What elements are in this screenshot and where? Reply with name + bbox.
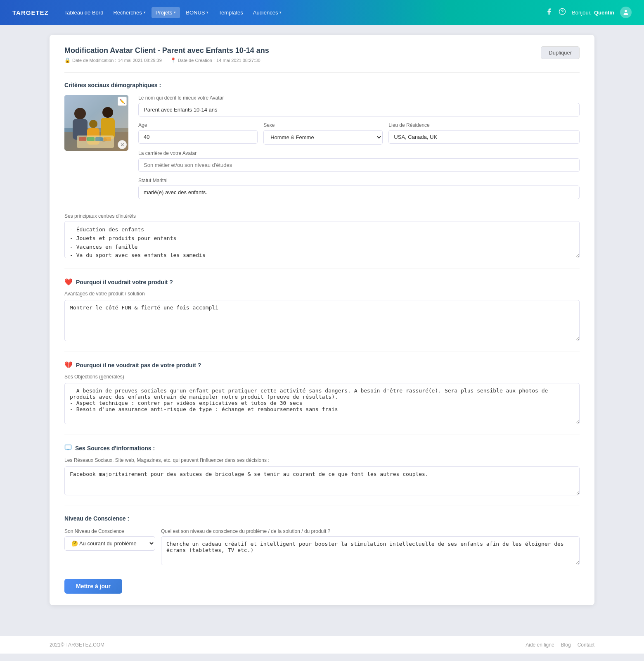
svg-point-8 [102,107,113,118]
chevron-down-icon: ▾ [279,10,282,14]
facebook-icon[interactable] [545,8,553,17]
nav-item-recherches[interactable]: Recherches ▾ [109,7,149,18]
interests-textarea[interactable]: - Éducation des enfants - Jouets et prod… [64,221,580,258]
interests-group: Ses principaux centres d'intérêts - Éduc… [64,213,580,259]
nav-item-audiences[interactable]: Audiences ▾ [249,7,286,18]
age-label: Age [138,122,258,128]
lieu-group: Lieu de Résidence [388,122,580,144]
svg-rect-18 [104,137,111,141]
svg-rect-15 [79,137,86,141]
nav-item-bonus[interactable]: BONUS ▾ [182,7,213,18]
nav-item-tableau[interactable]: Tableau de Bord [60,7,108,18]
user-greeting: Bonjour, Quentin [572,10,614,16]
section-why-product-title: Pourquoi il voudrait votre produit ? [76,279,173,285]
why-product-subtitle: Avantages de votre produit / solution [64,291,580,297]
divider-5 [64,506,580,506]
content-area: Modification Avatar Client - Parent avec… [0,25,644,623]
sexe-select[interactable]: Homme & Femme Homme Femme Autre [263,130,383,145]
svg-rect-19 [65,445,71,449]
main-nav: Tableau de Bord Recherches ▾ Projets ▾ B… [60,7,545,18]
age-sexe-lieu-row: Age Sexe Homme & Femme Homme Femme Autre [138,122,580,150]
copyright: 2021© TARGETEZ.COM [50,642,104,648]
section-socio-title: Critères sociaux démographiques : [64,82,580,88]
page-meta: 🔒 Date de Modification : 14 mai 2021 08:… [64,57,269,63]
why-product-textarea[interactable]: Montrer le côté FUN & fierté une fois ac… [64,300,580,341]
carriere-input[interactable] [138,158,580,172]
age-group: Age [138,122,258,144]
avatar-remove-button[interactable]: ✕ [118,140,127,149]
svg-point-10 [89,120,97,128]
name-input[interactable] [138,103,580,117]
carriere-group: La carrière de votre Avatar [138,150,580,172]
lieu-label: Lieu de Résidence [388,122,580,128]
footer-link-blog[interactable]: Blog [561,642,571,648]
conscience-desc-label: Quel est son niveau de conscience du pro… [161,528,580,534]
sexe-group: Sexe Homme & Femme Homme Femme Autre [263,122,383,145]
chevron-down-icon: ▾ [206,10,208,14]
conscience-title: Niveau de Conscience : [64,515,580,522]
age-col: Age [138,122,258,150]
section-sources-title: Ses Sources d'informations : [75,445,155,452]
header-right: Bonjour, Quentin [545,7,632,18]
meta-modified: 🔒 Date de Modification : 14 mai 2021 08:… [64,57,162,63]
name-group: Le nom qui décrit le mieux votre Avatar [138,95,580,117]
monitor-icon [64,444,72,452]
conscience-level-select[interactable]: 🤔 Au courant du problème Au courant de l… [64,536,155,551]
pin-icon: 📍 [170,57,176,63]
footer-links: Aide en ligne Blog Contact [526,642,594,648]
footer-link-contact[interactable]: Contact [578,642,594,648]
divider-2 [64,269,580,269]
conscience-desc-col: Quel est son niveau de conscience du pro… [161,528,580,566]
sexe-col: Sexe Homme & Femme Homme Femme Autre [263,122,383,150]
divider-3 [64,352,580,352]
why-not-product-group: Ses Objections (générales) - A besoin de… [64,374,580,426]
statut-label: Statut Marital [138,178,580,183]
statut-input[interactable] [138,185,580,199]
divider-4 [64,435,580,435]
why-not-product-textarea[interactable]: - A besoin de preuves sociales qu'un enf… [64,383,580,424]
help-icon[interactable] [559,8,566,17]
page-title-section: Modification Avatar Client - Parent avec… [64,46,269,63]
carriere-label: La carrière de votre Avatar [138,150,580,156]
footer-link-aide[interactable]: Aide en ligne [526,642,554,648]
chevron-down-icon: ▾ [144,10,146,14]
nav-item-templates[interactable]: Templates [214,7,247,18]
submit-button[interactable]: Mettre à jour [64,579,122,594]
avatar-form: Le nom qui décrit le mieux votre Avatar … [138,95,580,205]
duplicate-button[interactable]: Dupliquer [541,46,580,59]
footer: 2021© TARGETEZ.COM Aide en ligne Blog Co… [0,636,644,654]
lieu-col: Lieu de Résidence [388,122,580,150]
name-label: Le nom qui décrit le mieux votre Avatar [138,95,580,101]
page-title: Modification Avatar Client - Parent avec… [64,46,269,55]
sources-textarea[interactable]: Facebook majoritairement pour des astuce… [64,466,580,495]
meta-created: 📍 Date de Création : 14 mai 2021 08:27:3… [170,57,260,63]
sources-group: Les Réseaux Sociaux, Site web, Magazines… [64,457,580,497]
username-label: Quentin [594,10,614,16]
main-header: TARGETEZ Tableau de Bord Recherches ▾ Pr… [0,0,644,25]
nav-item-projets[interactable]: Projets ▾ [152,7,180,18]
section-why-product-header: ❤️ Pourquoi il voudrait votre produit ? [64,278,580,286]
why-product-group: Avantages de votre produit / solution Mo… [64,291,580,342]
avatar-edit-button[interactable]: ✏️ [118,97,127,106]
conscience-level-label: Son Niveau de Conscience [64,528,155,534]
conscience-desc-textarea[interactable]: Cherche un cadeau créatif et intelligent… [161,536,580,565]
sources-subtitle: Les Réseaux Sociaux, Site web, Magazines… [64,457,580,463]
divider [64,72,580,73]
lock-icon: 🔒 [64,57,71,63]
chevron-down-icon: ▾ [174,10,176,14]
conscience-row: Son Niveau de Conscience 🤔 Au courant du… [64,528,580,566]
conscience-select-col: Son Niveau de Conscience 🤔 Au courant du… [64,528,155,551]
statut-group: Statut Marital [138,178,580,199]
svg-point-6 [74,108,86,119]
main-card: Modification Avatar Client - Parent avec… [50,35,594,605]
section-sources-header: Ses Sources d'informations : [64,444,580,452]
why-not-subtitle: Ses Objections (générales) [64,374,580,380]
section-why-not-title: Pourquoi il ne voudrait pas de votre pro… [76,362,201,369]
lieu-input[interactable] [388,130,580,144]
brand-logo[interactable]: TARGETEZ [12,9,49,16]
svg-point-2 [625,10,627,12]
section-why-not-product-header: 💔 Pourquoi il ne voudrait pas de votre p… [64,361,580,369]
age-input[interactable] [138,130,258,144]
sexe-label: Sexe [263,122,383,128]
avatar[interactable] [620,7,632,18]
